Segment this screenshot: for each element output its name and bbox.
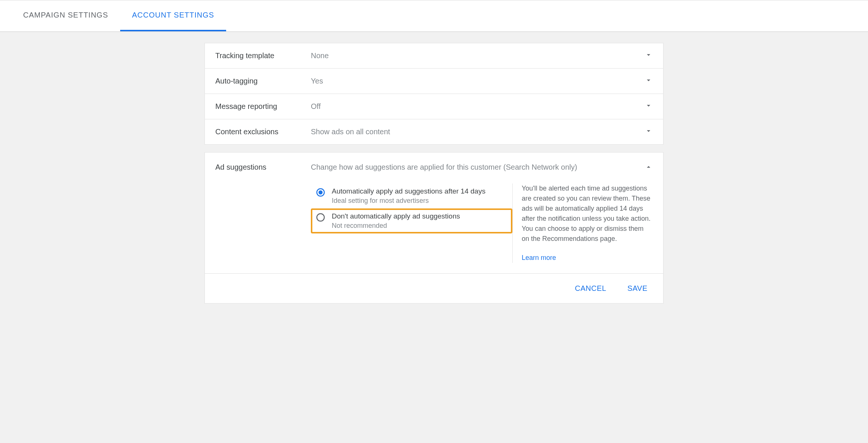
chevron-down-icon [644, 76, 653, 86]
info-text: You'll be alerted each time ad suggestio… [522, 183, 653, 244]
row-value: Show ads on all content [311, 128, 644, 136]
row-label: Ad suggestions [215, 163, 311, 172]
chevron-down-icon [644, 51, 653, 61]
settings-content: Tracking template None Auto-tagging Yes … [204, 43, 664, 304]
radio-selected-icon [316, 188, 325, 197]
radio-subtitle: Ideal setting for most advertisers [332, 197, 507, 205]
ad-suggestions-header[interactable]: Ad suggestions Change how ad suggestions… [205, 153, 663, 177]
radio-subtitle: Not recommended [332, 222, 507, 230]
radio-title: Don't automatically apply ad suggestions [332, 212, 507, 220]
radio-text: Automatically apply ad suggestions after… [332, 187, 507, 205]
settings-tabs: Campaign settings Account settings [0, 0, 868, 32]
row-label: Message reporting [215, 102, 311, 111]
ad-suggestions-info: You'll be alerted each time ad suggestio… [512, 183, 653, 263]
svg-point-2 [317, 214, 324, 221]
chevron-down-icon [644, 101, 653, 111]
save-button[interactable]: Save [622, 281, 653, 296]
row-auto-tagging[interactable]: Auto-tagging Yes [205, 69, 663, 94]
collapsed-settings-card: Tracking template None Auto-tagging Yes … [204, 43, 664, 145]
row-description: Change how ad suggestions are applied fo… [311, 163, 644, 172]
radio-options: Automatically apply ad suggestions after… [311, 183, 512, 263]
row-value: Off [311, 102, 644, 111]
tab-campaign-settings[interactable]: Campaign settings [11, 0, 120, 31]
row-label: Tracking template [215, 51, 311, 60]
chevron-down-icon [644, 127, 653, 137]
chevron-up-icon [644, 163, 653, 173]
radio-text: Don't automatically apply ad suggestions… [332, 212, 507, 230]
actions-bar: Cancel Save [205, 273, 663, 303]
radio-option-dont-auto-apply[interactable]: Don't automatically apply ad suggestions… [311, 208, 512, 233]
row-content-exclusions[interactable]: Content exclusions Show ads on all conte… [205, 119, 663, 144]
cancel-button[interactable]: Cancel [570, 281, 612, 296]
radio-unselected-icon [316, 213, 325, 222]
row-label: Auto-tagging [215, 77, 311, 85]
row-label: Content exclusions [215, 128, 311, 136]
row-tracking-template[interactable]: Tracking template None [205, 43, 663, 69]
svg-point-1 [319, 191, 323, 195]
row-value: Yes [311, 77, 644, 85]
tab-account-settings[interactable]: Account settings [120, 0, 226, 31]
radio-option-auto-apply[interactable]: Automatically apply ad suggestions after… [311, 183, 512, 208]
ad-suggestions-body: Automatically apply ad suggestions after… [205, 177, 663, 273]
row-message-reporting[interactable]: Message reporting Off [205, 94, 663, 119]
row-value: None [311, 51, 644, 60]
ad-suggestions-card: Ad suggestions Change how ad suggestions… [204, 152, 664, 304]
radio-title: Automatically apply ad suggestions after… [332, 187, 507, 195]
learn-more-link[interactable]: Learn more [522, 253, 556, 263]
